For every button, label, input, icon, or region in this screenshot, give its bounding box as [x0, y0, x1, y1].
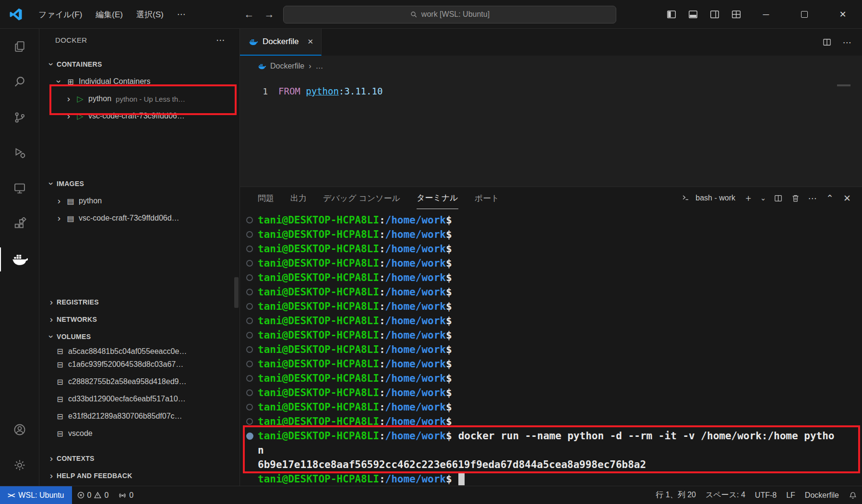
- terminal-dropdown-icon[interactable]: ⌄: [758, 194, 768, 202]
- command-decoration-icon[interactable]: [246, 389, 253, 396]
- command-decoration-icon[interactable]: [246, 246, 253, 252]
- editor-more-icon[interactable]: ⋯: [839, 37, 855, 48]
- notifications-bell-icon[interactable]: [844, 486, 862, 504]
- command-decoration-icon[interactable]: [246, 332, 253, 339]
- minimize-button[interactable]: ─: [747, 0, 785, 29]
- sidebar-item-vsc-code-craft-73c9ffdd06d[interactable]: ›▤vsc-code-craft-73c9ffdd06d…: [39, 210, 239, 227]
- sidebar-item-vsc-code-craft-73c9ffdd06[interactable]: ›▷vsc-code-craft-73c9ffdd06…: [39, 107, 239, 125]
- extensions-icon[interactable]: [0, 206, 39, 242]
- back-button[interactable]: ←: [239, 9, 259, 20]
- command-decoration-icon[interactable]: [246, 361, 253, 367]
- split-editor-icon[interactable]: [819, 37, 835, 47]
- sidebar-section-help-and-feedback[interactable]: ›HELP AND FEEDBACK: [39, 467, 239, 484]
- forward-button[interactable]: →: [259, 9, 279, 20]
- sidebar-more-icon[interactable]: ⋯: [216, 35, 225, 46]
- sidebar-section-images[interactable]: ›IMAGES: [39, 175, 239, 192]
- menu-more-icon[interactable]: ⋯: [170, 9, 192, 20]
- command-center-search[interactable]: work [WSL: Ubuntu]: [283, 6, 616, 23]
- command-decoration-icon[interactable]: [246, 433, 253, 440]
- breadcrumb[interactable]: Dockerfile › …: [240, 56, 862, 77]
- menu-selection[interactable]: 選択(S): [130, 6, 170, 23]
- minimap[interactable]: [837, 84, 850, 86]
- panel-tab-output[interactable]: 出力: [290, 187, 307, 209]
- split-terminal-icon[interactable]: [771, 194, 785, 203]
- sidebar-section-volumes[interactable]: ›VOLUMES: [39, 328, 239, 345]
- eol-sequence[interactable]: LF: [781, 486, 800, 504]
- sidebar-item-python[interactable]: ›▷pythonpython - Up Less th…: [39, 90, 239, 107]
- sidebar-item-cd33bd12900ecfac6eabf517a10[interactable]: ⊟cd33bd12900ecfac6eabf517a10…: [39, 390, 239, 408]
- panel-more-icon[interactable]: ⋯: [805, 193, 820, 204]
- language-mode[interactable]: Dockerfile: [800, 486, 844, 504]
- docker-file-icon: [258, 63, 266, 70]
- sidebar-item-e31f8d21289a830706b85df07c[interactable]: ⊟e31f8d21289a830706b85df07c…: [39, 408, 239, 425]
- command-decoration-icon[interactable]: [246, 317, 253, 324]
- docker-icon[interactable]: [0, 242, 39, 277]
- sidebar-item-vscode[interactable]: ⊟vscode: [39, 425, 239, 442]
- toggle-sidebar-icon[interactable]: [660, 0, 682, 29]
- source-control-icon[interactable]: [0, 100, 39, 135]
- command-decoration-icon[interactable]: [246, 274, 253, 281]
- item-label: NETWORKS: [57, 316, 97, 323]
- prompt-path: /home/work: [385, 358, 446, 370]
- command-decoration-icon[interactable]: [246, 418, 253, 425]
- kill-terminal-trash-icon[interactable]: [788, 194, 802, 203]
- command-decoration-icon[interactable]: [246, 303, 253, 310]
- indentation[interactable]: スペース: 4: [701, 486, 750, 504]
- command-decoration-icon[interactable]: [246, 289, 253, 295]
- prompt-path: /home/work: [385, 229, 446, 240]
- close-button[interactable]: ✕: [824, 0, 862, 29]
- panel-tab-debug-console[interactable]: デバッグ コンソール: [323, 187, 400, 209]
- terminal-instance-label[interactable]: bash - work: [695, 194, 735, 202]
- sidebar-section-registries[interactable]: ›REGISTRIES: [39, 293, 239, 311]
- chevron-right-icon: ›: [54, 213, 64, 223]
- toggle-panel-icon[interactable]: [682, 0, 704, 29]
- item-label: CONTEXTS: [57, 455, 95, 462]
- command-decoration-icon[interactable]: [246, 231, 253, 238]
- sidebar-item-python[interactable]: ›▤python: [39, 192, 239, 210]
- sidebar-section-networks[interactable]: ›NETWORKS: [39, 311, 239, 328]
- maximize-panel-icon[interactable]: ⌃: [823, 193, 837, 204]
- sidebar-scrollbar[interactable]: [234, 277, 239, 308]
- explorer-icon[interactable]: [0, 29, 39, 64]
- tab-dockerfile[interactable]: Dockerfile ✕: [240, 29, 322, 56]
- problems-status[interactable]: 0 0: [72, 486, 114, 504]
- terminal-output[interactable]: tani@DESKTOP-HCPA8LI:/home/work$ tani@DE…: [240, 209, 862, 486]
- customize-layout-icon[interactable]: [725, 0, 747, 29]
- sidebar-item-c1a6c939f520064538d8c03a67[interactable]: ⊟c1a6c939f520064538d8c03a67…: [39, 356, 239, 373]
- panel-tab-terminal[interactable]: ターミナル: [417, 187, 458, 209]
- sidebar-item-c28882755b2a58ea958d418ed9[interactable]: ⊟c28882755b2a58ea958d418ed9…: [39, 373, 239, 390]
- remote-explorer-icon[interactable]: [0, 171, 39, 206]
- maximize-button[interactable]: [785, 0, 824, 29]
- cursor-position[interactable]: 行 1、列 20: [651, 486, 701, 504]
- settings-gear-icon[interactable]: [0, 447, 39, 483]
- sidebar-section-containers[interactable]: ›CONTAINERS: [39, 56, 239, 73]
- run-and-debug-icon[interactable]: [0, 135, 39, 171]
- new-terminal-icon[interactable]: ＋: [741, 192, 755, 204]
- panel-tab-problems[interactable]: 問題: [258, 187, 274, 209]
- tab-close-icon[interactable]: ✕: [308, 37, 314, 46]
- remote-name: WSL: Ubuntu: [18, 491, 64, 500]
- accounts-icon[interactable]: [0, 412, 39, 447]
- panel-tab-ports[interactable]: ポート: [475, 187, 500, 209]
- command-decoration-icon[interactable]: [246, 404, 253, 410]
- menu-edit[interactable]: 編集(E): [89, 6, 130, 23]
- breadcrumb-more[interactable]: …: [315, 62, 323, 70]
- command-decoration-icon[interactable]: [246, 346, 253, 353]
- close-panel-icon[interactable]: ✕: [840, 193, 854, 204]
- search-icon[interactable]: [0, 64, 39, 100]
- command-decoration-icon[interactable]: [246, 217, 253, 223]
- menu-file[interactable]: ファイル(F): [32, 6, 89, 23]
- sidebar-item-individual-containers[interactable]: ›⊞Individual Containers: [39, 73, 239, 90]
- command-decoration-icon[interactable]: [246, 375, 253, 382]
- toggle-secondary-sidebar-icon[interactable]: [704, 0, 725, 29]
- code-editor[interactable]: 1 FROM python:3.11.10: [240, 77, 862, 187]
- encoding[interactable]: UTF-8: [750, 486, 781, 504]
- sidebar-item-a5cac88481b5c04af055eeacc0e[interactable]: ⊟a5cac88481b5c04af055eeacc0e…: [39, 345, 239, 356]
- image-link[interactable]: python: [306, 86, 339, 96]
- remote-indicator[interactable]: >< WSL: Ubuntu: [0, 486, 72, 504]
- chevron-down-icon: ›: [46, 331, 57, 342]
- ports-status[interactable]: 0: [113, 486, 138, 504]
- command-decoration-icon[interactable]: [246, 260, 253, 267]
- sidebar-section-contexts[interactable]: ›CONTEXTS: [39, 450, 239, 467]
- breadcrumb-file[interactable]: Dockerfile: [270, 62, 304, 70]
